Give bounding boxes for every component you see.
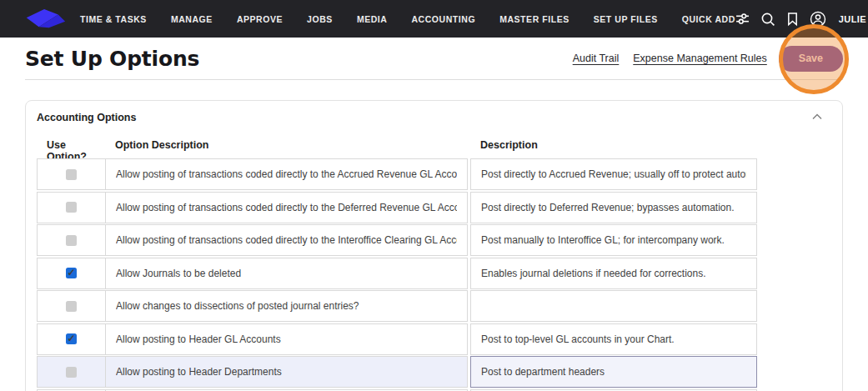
option-description-text: Allow posting of transactions coded dire…	[116, 168, 457, 180]
user-avatar-icon[interactable]	[810, 11, 826, 28]
nav-item-jobs[interactable]: JOBS	[307, 14, 333, 24]
nav-right-group: JULIE ANN BACULIO	[735, 11, 868, 28]
table-row: Allow changes to dissections of posted j…	[37, 290, 757, 322]
nav-item-manage[interactable]: MANAGE	[171, 14, 213, 24]
accounting-options-card: Accounting Options Use Option? Option De…	[25, 100, 843, 391]
description-text: Enables journal deletions if needed for …	[481, 268, 706, 279]
option-description-cell: Allow posting to Header Departments	[105, 356, 468, 388]
description-text: Post to top-level GL accounts in your Ch…	[481, 333, 675, 345]
use-option-cell	[37, 192, 106, 223]
expense-management-rules-link[interactable]: Expense Management Rules	[633, 53, 767, 64]
description-cell[interactable]: Enables journal deletions if needed for …	[470, 258, 757, 289]
options-table: Allow posting of transactions coded dire…	[37, 158, 757, 391]
use-option-checkbox[interactable]: ✓	[66, 268, 77, 278]
description-cell[interactable]: Post to department headers	[470, 356, 757, 388]
chevron-up-icon[interactable]	[812, 113, 822, 120]
use-option-cell	[37, 158, 106, 190]
section-title: Accounting Options	[37, 112, 136, 123]
description-text: Post directly to Accrued Revenue; usuall…	[481, 168, 746, 180]
nav-menu: TIME & TASKS MANAGE APPROVE JOBS MEDIA A…	[80, 14, 735, 24]
page-header: Set Up Options Audit Trail Expense Manag…	[25, 38, 843, 80]
table-row: ✓ Allow posting to Header GL Accounts Po…	[37, 323, 757, 355]
use-option-checkbox[interactable]: ✓	[66, 333, 77, 344]
nav-item-approve[interactable]: APPROVE	[237, 14, 283, 24]
use-option-cell	[37, 356, 106, 388]
table-row: Allow posting of transactions coded dire…	[37, 224, 757, 256]
nav-item-accounting[interactable]: ACCOUNTING	[411, 14, 475, 24]
description-cell[interactable]: Post directly to Accrued Revenue; usuall…	[470, 158, 757, 190]
table-row: Allow posting of transactions coded dire…	[37, 158, 757, 190]
description-text: Post directly to Deferred Revenue; bypas…	[481, 202, 735, 213]
tune-sliders-icon[interactable]	[735, 12, 750, 26]
option-description-cell: Allow Journals to be deleted	[105, 258, 468, 289]
user-name-label[interactable]: JULIE ANN BACULIO	[839, 14, 868, 24]
description-cell[interactable]: Post manually to Interoffice GL; for int…	[470, 224, 757, 256]
use-option-checkbox[interactable]	[66, 367, 77, 378]
top-navbar: TIME & TASKS MANAGE APPROVE JOBS MEDIA A…	[0, 0, 868, 38]
page-title: Set Up Options	[25, 47, 199, 71]
nav-item-set-up-files[interactable]: SET UP FILES	[594, 14, 658, 24]
option-description-cell: Allow posting of transactions coded dire…	[105, 158, 468, 190]
app-logo-icon[interactable]	[23, 8, 67, 31]
search-icon[interactable]	[760, 12, 775, 27]
option-description-cell: Allow posting of transactions coded dire…	[105, 224, 468, 256]
nav-item-quick-add[interactable]: QUICK ADD	[682, 14, 735, 24]
use-option-checkbox[interactable]	[66, 169, 77, 180]
description-cell[interactable]: Post directly to Deferred Revenue; bypas…	[470, 192, 757, 223]
use-option-checkbox[interactable]	[66, 301, 77, 312]
use-option-checkbox[interactable]	[66, 202, 77, 213]
option-description-text: Allow posting to Header GL Accounts	[116, 333, 281, 345]
nav-item-time-tasks[interactable]: TIME & TASKS	[80, 14, 147, 24]
nav-item-media[interactable]: MEDIA	[357, 14, 388, 24]
use-option-cell	[37, 290, 106, 322]
use-option-cell: ✓	[37, 258, 106, 289]
option-description-cell: Allow changes to dissections of posted j…	[105, 290, 468, 322]
description-text: Post to department headers	[481, 366, 605, 378]
description-cell[interactable]: Post to top-level GL accounts in your Ch…	[470, 323, 757, 355]
nav-item-master-files[interactable]: MASTER FILES	[499, 14, 569, 24]
option-description-text: Allow posting of transactions coded dire…	[116, 234, 457, 246]
table-row: Allow posting of transactions coded dire…	[37, 192, 757, 223]
option-description-text: Allow posting of transactions coded dire…	[116, 202, 457, 213]
option-description-text: Allow posting to Header Departments	[116, 366, 282, 378]
save-button[interactable]: Save	[779, 46, 843, 72]
table-row: ✓ Allow Journals to be deleted Enables j…	[37, 258, 757, 289]
description-cell[interactable]	[470, 290, 757, 322]
bookmark-icon[interactable]	[786, 12, 799, 27]
option-description-cell: Allow posting of transactions coded dire…	[105, 192, 468, 223]
option-description-text: Allow Journals to be deleted	[116, 268, 241, 279]
use-option-cell: ✓	[37, 323, 106, 355]
table-row: Allow posting to Header Departments Post…	[37, 356, 757, 388]
description-text: Post manually to Interoffice GL; for int…	[481, 234, 725, 246]
use-option-cell	[37, 224, 106, 256]
option-description-text: Allow changes to dissections of posted j…	[116, 300, 359, 312]
option-description-cell: Allow posting to Header GL Accounts	[105, 323, 468, 355]
audit-trail-link[interactable]: Audit Trail	[573, 53, 620, 64]
use-option-checkbox[interactable]	[66, 235, 77, 246]
